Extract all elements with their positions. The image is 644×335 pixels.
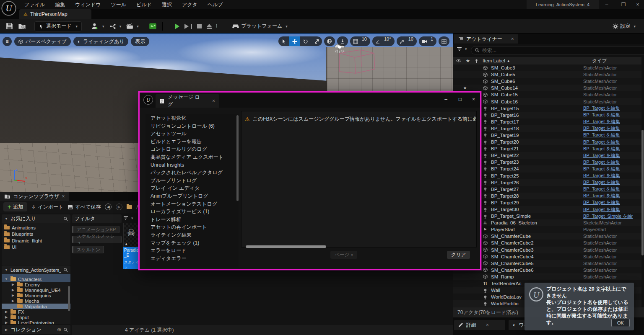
content-tree-item[interactable]: ▶Enemy xyxy=(2,282,70,287)
collections-header[interactable]: ▶ コレクション ⊕ xyxy=(2,325,70,334)
page-dropdown[interactable]: ページ▾ xyxy=(330,251,357,259)
edit-blueprint-link[interactable]: BP_Target を編集 xyxy=(583,132,633,138)
edit-blueprint-link[interactable]: BP_Target を編集 xyxy=(583,105,633,111)
close-icon[interactable]: × xyxy=(486,322,489,328)
caret-icon[interactable]: ▶ xyxy=(4,321,8,324)
console-variables-icon[interactable] xyxy=(146,21,159,32)
import-button[interactable]: ⇩インポート xyxy=(31,204,63,211)
outliner-row[interactable]: SM_ChamferCube4StaticMeshActor xyxy=(453,253,641,260)
edit-blueprint-link[interactable]: BP_Target を編集 xyxy=(583,125,633,131)
edit-blueprint-link[interactable]: BP_Target を編集 xyxy=(583,152,633,159)
minimize-icon[interactable]: – xyxy=(600,0,613,9)
log-category-item[interactable]: エディタエラー xyxy=(145,255,239,263)
content-browser-icon[interactable] xyxy=(16,21,29,32)
viewport-options-menu-icon[interactable]: ≡ xyxy=(3,37,12,46)
blueprints-dropdown[interactable]: ▾ xyxy=(107,21,124,32)
outliner-row[interactable]: SM_Cube3StaticMeshActor xyxy=(453,64,641,71)
outliner-row[interactable]: SM_Cube5StaticMeshActor xyxy=(453,71,641,78)
content-tree-item[interactable]: ▶Mannequins xyxy=(2,293,70,298)
edit-blueprint-link[interactable]: BP_Target を編集 xyxy=(583,206,633,213)
outliner-row[interactable]: BP_Target29BP_Target を編集 xyxy=(453,199,641,206)
outliner-row[interactable]: BP_Target30BP_Target を編集 xyxy=(453,206,641,213)
content-tree-item[interactable]: Valpaladia xyxy=(2,304,70,309)
log-category-item[interactable]: Unreal Insights xyxy=(145,161,239,169)
type-column-header[interactable]: タイプ xyxy=(592,58,641,64)
platforms-dropdown[interactable]: プラットフォーム▾ xyxy=(229,21,290,32)
caret-icon[interactable]: ▶ xyxy=(11,299,15,303)
clear-button[interactable]: クリア xyxy=(447,251,470,259)
outliner-row[interactable]: BP_Target21BP_Target を編集 xyxy=(453,145,641,152)
log-list-scrollbar[interactable] xyxy=(236,115,239,201)
close-icon[interactable]: × xyxy=(212,98,215,104)
log-category-item[interactable]: プレイ イン エディタ xyxy=(145,184,239,192)
camera-speed-value[interactable]: 1 xyxy=(430,36,436,46)
edit-blueprint-link[interactable]: BP_Target を編集 xyxy=(583,179,633,186)
rotation-snap-icon[interactable] xyxy=(372,36,383,46)
frame-skip-button[interactable] xyxy=(182,21,195,32)
pin-column-icon[interactable] xyxy=(472,59,481,63)
perspective-dropdown[interactable]: パースペクティブ xyxy=(14,37,71,46)
log-category-item[interactable]: アセットの再インポート xyxy=(145,223,239,231)
outliner-row[interactable]: BP_Target25BP_Target を編集 xyxy=(453,173,641,179)
rotation-snap-value[interactable]: 10° xyxy=(383,36,395,46)
surface-snapping-icon[interactable] xyxy=(337,36,348,46)
grid-snap-value[interactable]: 10 xyxy=(361,36,370,46)
outliner-row[interactable]: BP_Target22BP_Target を編集 xyxy=(453,152,641,159)
close-icon[interactable]: × xyxy=(472,96,475,102)
tab-details[interactable]: 詳細 × xyxy=(454,320,505,330)
camera-speed-icon[interactable] xyxy=(419,36,430,46)
item-label-column-header[interactable]: Item Label xyxy=(483,58,505,63)
tab-outliner[interactable]: アウトライナー × xyxy=(454,34,518,44)
caret-icon[interactable]: ▶ xyxy=(4,310,8,314)
grid-snap-icon[interactable] xyxy=(350,36,361,46)
unreal-logo-icon[interactable]: U xyxy=(1,0,17,16)
outliner-search-input[interactable]: 検索... ▾ xyxy=(471,46,644,54)
edit-blueprint-link[interactable]: BP_Target_Simple を編集 xyxy=(583,213,633,219)
log-category-item[interactable]: マップをチェック (1) xyxy=(145,239,239,247)
caret-icon[interactable]: ▶ xyxy=(11,288,15,292)
back-icon[interactable]: ◀ xyxy=(105,204,112,210)
log-category-item[interactable]: ローカライズサービス (1) xyxy=(145,208,239,216)
log-category-item[interactable]: リビジョンコントロール (6) xyxy=(145,122,239,130)
close-icon[interactable]: × xyxy=(631,0,644,9)
outliner-row[interactable]: BP_Target15BP_Target を編集 xyxy=(453,105,641,112)
outliner-row[interactable]: BP_Target24BP_Target を編集 xyxy=(453,165,641,172)
rotate-tool-icon[interactable] xyxy=(300,36,311,46)
outliner-row[interactable]: BP_Target28BP_Target を編集 xyxy=(453,193,641,199)
minimize-icon[interactable]: – xyxy=(444,96,447,102)
menubar-item[interactable]: 編集 xyxy=(50,0,70,9)
outliner-row[interactable]: BP_Target18BP_Target を編集 xyxy=(453,125,641,132)
caret-icon[interactable]: ▶ xyxy=(11,294,15,297)
edit-blueprint-link[interactable]: BP_Target を編集 xyxy=(583,112,633,118)
menubar-item[interactable]: アクタ xyxy=(177,0,203,9)
log-category-item[interactable]: アセットツール xyxy=(145,130,239,138)
menubar-item[interactable]: ヘルプ xyxy=(203,0,228,9)
add-actor-dropdown[interactable]: ▾ xyxy=(88,21,107,32)
forward-icon[interactable]: ▶ xyxy=(116,204,122,210)
save-all-button[interactable]: すべて保存 xyxy=(68,204,101,211)
outliner-row[interactable]: SM_ChamferCube2StaticMeshActor xyxy=(453,240,641,246)
outliner-row[interactable]: SM_Cube15StaticMeshActor xyxy=(453,91,641,98)
outliner-row[interactable]: SM_Cube6StaticMeshActor xyxy=(453,78,641,85)
menubar-item[interactable]: 選択 xyxy=(157,0,177,9)
stop-button[interactable] xyxy=(195,21,204,32)
content-tree-item[interactable]: ▶LevelPrototyping xyxy=(2,320,70,324)
log-category-item[interactable]: コントロールリグのログ xyxy=(145,145,239,153)
filter-chip[interactable]: アニメーションBP xyxy=(72,226,119,233)
add-collection-icon[interactable]: ⊕ xyxy=(57,327,61,332)
log-category-item[interactable]: トレース解析 xyxy=(145,216,239,224)
horizontal-scrollbar[interactable] xyxy=(246,245,326,248)
outliner-row[interactable]: BP_Target16BP_Target を編集 xyxy=(453,112,641,119)
outliner-row[interactable]: BP_Target19BP_Target を編集 xyxy=(453,132,641,139)
content-tree-item[interactable]: ▶FX xyxy=(2,309,70,314)
outliner-row[interactable]: BP_Target23BP_Target を編集 xyxy=(453,159,641,165)
edit-blueprint-link[interactable]: BP_Target を編集 xyxy=(583,159,633,165)
filter-chip[interactable]: スケルトン xyxy=(72,246,104,253)
settings-dropdown[interactable]: 設定▾ xyxy=(610,21,638,32)
edit-blueprint-link[interactable]: BP_Target を編集 xyxy=(583,146,633,152)
outliner-row[interactable]: BP_Target17BP_Target を編集 xyxy=(453,119,641,125)
search-icon[interactable] xyxy=(63,216,68,221)
scale-snap-value[interactable]: 10 xyxy=(408,36,417,46)
menubar-item[interactable]: ファイル xyxy=(19,0,50,9)
menubar-item[interactable]: ウィンドウ xyxy=(70,0,106,9)
